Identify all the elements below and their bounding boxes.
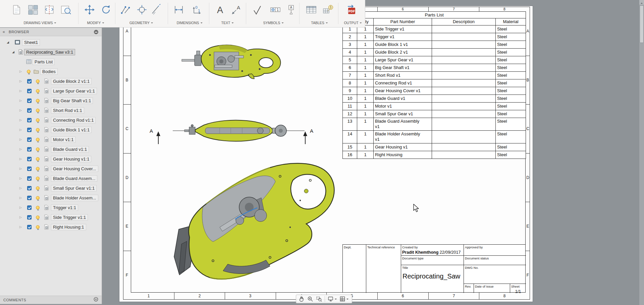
expand-arrow-icon[interactable]: ▷ [19, 99, 22, 103]
lightbulb-icon[interactable] [36, 128, 40, 132]
expand-arrow-icon[interactable]: ▷ [19, 69, 22, 73]
side-view[interactable] [181, 36, 288, 85]
collapse-panel-icon[interactable]: « [3, 29, 5, 34]
visibility-checkbox[interactable] [27, 225, 32, 229]
tree-item-label[interactable]: Right Housing:1 [51, 224, 86, 230]
title-block[interactable]: Dept. Technical reference Created by Pra… [342, 244, 526, 293]
edge-extension-icon[interactable] [150, 2, 163, 17]
lightbulb-icon[interactable] [36, 118, 40, 122]
expand-arrow-icon[interactable]: ▷ [19, 79, 22, 83]
visibility-checkbox[interactable] [27, 186, 32, 190]
add-comment-icon[interactable] [94, 297, 98, 303]
expand-arrow-icon[interactable]: ▷ [19, 205, 22, 209]
leader-text-icon[interactable]: A [230, 2, 243, 17]
sketch-line-icon[interactable] [119, 2, 132, 17]
tree-item-label[interactable]: Gear Housing v1:1 [51, 156, 91, 162]
tree-item-label[interactable]: Blade Guard v1:1 [51, 146, 89, 152]
expand-arrow-icon[interactable]: ◢ [12, 50, 14, 54]
tree-item-component[interactable]: ▷Connecting Rod v1:1 [0, 115, 102, 125]
surface-texture-icon[interactable] [250, 2, 264, 17]
tree-item-sheet1[interactable]: ◢ Sheet1 [0, 38, 102, 47]
visibility-checkbox[interactable] [27, 128, 32, 132]
tree-item-label[interactable]: Reciprocating_Saw v3:1 [24, 49, 75, 55]
tables-menu[interactable]: TABLES [311, 21, 328, 25]
dimensions-menu[interactable]: DIMENSIONS [177, 21, 203, 25]
base-view-icon[interactable] [10, 2, 23, 17]
visibility-checkbox[interactable] [27, 196, 32, 200]
isometric-section-view[interactable] [169, 160, 342, 286]
tree-item-component[interactable]: ▷Blade Holder Assem... [0, 193, 102, 203]
tree-item-label[interactable]: Side Trigger v1:1 [51, 214, 88, 221]
lightbulb-icon[interactable] [36, 138, 40, 141]
tree-item-label[interactable]: Blade Holder Assem... [51, 195, 98, 201]
tree-item-label[interactable]: Gear Housing Cover... [51, 166, 98, 172]
comments-bar[interactable]: COMMENTS [0, 296, 102, 304]
visibility-checkbox[interactable] [27, 108, 32, 113]
expand-arrow-icon[interactable]: ▷ [19, 225, 22, 229]
lightbulb-icon[interactable] [36, 186, 40, 190]
modify-menu[interactable]: MODIFY [87, 21, 104, 25]
visibility-checkbox[interactable] [27, 147, 32, 151]
expand-arrow-icon[interactable]: ▷ [19, 186, 22, 190]
visibility-checkbox[interactable] [27, 99, 32, 103]
zoom-icon[interactable] [307, 296, 313, 302]
output-menu[interactable]: OUTPUT [344, 21, 362, 25]
move-icon[interactable] [83, 2, 96, 17]
lightbulb-icon[interactable] [36, 109, 40, 112]
tree-item-label[interactable]: Guide Block 1 v1:1 [51, 127, 92, 133]
geometry-menu[interactable]: GEOMETRY [129, 21, 153, 25]
visibility-checkbox[interactable] [27, 157, 32, 161]
visibility-checkbox[interactable] [27, 205, 32, 210]
lightbulb-icon[interactable] [36, 216, 40, 219]
expand-arrow-icon[interactable]: ▷ [19, 215, 22, 219]
text-icon[interactable]: A [213, 2, 227, 17]
tree-item-label[interactable]: Large Spur Gear v1:1 [51, 88, 97, 94]
output-pdf-icon[interactable]: PDF [345, 2, 358, 17]
tree-item-component[interactable]: ▷Guide Block 2 v1:1 [0, 76, 102, 86]
visibility-checkbox[interactable] [27, 167, 32, 171]
tree-item-component[interactable]: ▷Right Housing:1 [0, 222, 102, 232]
lightbulb-icon[interactable] [36, 79, 40, 83]
tree-item-component[interactable]: ▷Gear Housing Cover... [0, 164, 102, 174]
lightbulb-icon[interactable] [36, 196, 40, 200]
visibility-checkbox[interactable] [27, 137, 32, 142]
lightbulb-icon[interactable] [36, 89, 40, 93]
visibility-checkbox[interactable] [27, 118, 32, 122]
view-navigation-bar[interactable] [296, 295, 352, 303]
lightbulb-icon[interactable] [36, 99, 40, 103]
lightbulb-icon[interactable] [36, 157, 40, 161]
tree-item-component[interactable]: ▷Guide Block 1 v1:1 [0, 125, 102, 135]
tree-item-component[interactable]: ▷Motor v1:1 [0, 135, 102, 144]
ordinate-dimension-icon[interactable]: 01 [191, 2, 204, 17]
expand-arrow-icon[interactable]: ▷ [19, 196, 22, 200]
expand-arrow-icon[interactable]: ▷ [19, 108, 22, 112]
tree-item-label[interactable]: Blade Guard Assem... [51, 175, 97, 182]
tree-item-component[interactable]: ▷Blade Guard Assem... [0, 174, 102, 183]
visibility-checkbox[interactable] [27, 79, 32, 83]
lightbulb-icon[interactable] [36, 177, 40, 180]
tree-item-label[interactable]: Sheet1 [22, 39, 40, 46]
tree-item-label[interactable]: Guide Block 2 v1:1 [51, 78, 92, 84]
tree-item-bodies[interactable]: ▷ Bodies [0, 67, 102, 76]
datum-identifier-icon[interactable]: A [284, 2, 298, 17]
visibility-checkbox[interactable] [27, 176, 32, 181]
dimension-icon[interactable] [172, 2, 185, 17]
expand-arrow-icon[interactable]: ▷ [19, 157, 22, 161]
expand-arrow-icon[interactable]: ▷ [19, 137, 22, 141]
expand-arrow-icon[interactable]: ▷ [19, 128, 22, 132]
tree-item-component[interactable]: ▷Side Trigger v1:1 [0, 212, 102, 222]
tree-item-label[interactable]: Small Spur Gear v1:1 [51, 185, 97, 191]
rotate-icon[interactable] [99, 2, 113, 17]
tree-item-component[interactable]: ▷Gear Housing v1:1 [0, 154, 102, 164]
expand-arrow-icon[interactable]: ▷ [19, 167, 22, 171]
scrollbar-thumb[interactable] [640, 5, 644, 43]
visibility-checkbox[interactable] [27, 215, 32, 220]
detail-view-icon[interactable] [59, 2, 72, 17]
tree-item-component[interactable]: ▷Small Spur Gear v1:1 [0, 183, 102, 193]
expand-arrow-icon[interactable]: ▷ [19, 118, 22, 122]
feature-control-frame-icon[interactable]: 1 [269, 2, 282, 17]
symbols-menu[interactable]: SYMBOLS [263, 21, 284, 25]
center-mark-icon[interactable] [135, 2, 149, 17]
projected-view-icon[interactable] [26, 2, 40, 17]
text-menu[interactable]: TEXT [221, 21, 234, 25]
